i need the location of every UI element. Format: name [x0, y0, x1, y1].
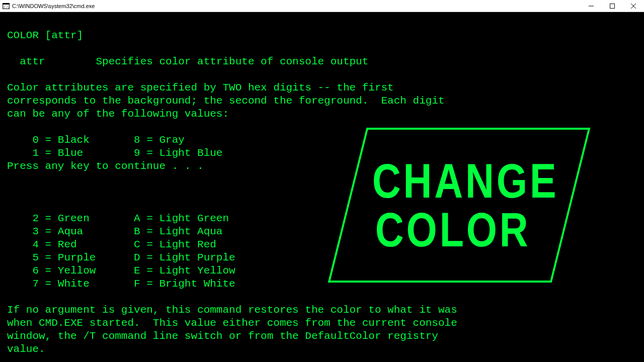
terminal-line	[7, 186, 639, 199]
svg-rect-2	[3, 4, 9, 5]
terminal-line	[7, 121, 639, 134]
terminal-line	[7, 199, 639, 212]
svg-text:C:\: C:\	[4, 5, 9, 9]
terminal-line	[7, 16, 639, 29]
minimize-button[interactable]	[581, 0, 602, 12]
terminal-line: value.	[7, 343, 639, 356]
cmd-icon: C:\	[2, 2, 10, 10]
maximize-button[interactable]	[602, 0, 623, 12]
terminal-line: 1 = Blue 9 = Light Blue	[7, 147, 639, 160]
terminal-line: Color attributes are specified by TWO he…	[7, 81, 639, 95]
terminal-line: 3 = Aqua B = Light Aqua	[7, 225, 639, 238]
terminal-line	[7, 173, 639, 186]
terminal-line: COLOR [attr]	[7, 29, 639, 42]
terminal-line: 5 = Purple D = Light Purple	[7, 251, 639, 264]
terminal-line: 2 = Green A = Light Green	[7, 212, 639, 225]
terminal-line: 0 = Black 8 = Gray	[7, 134, 639, 147]
terminal-line	[7, 68, 639, 81]
terminal-output[interactable]: COLOR [attr] attr Specifies color attrib…	[0, 12, 644, 362]
terminal-line	[7, 291, 639, 304]
svg-rect-5	[610, 4, 615, 8]
terminal-line: Press any key to continue . . .	[7, 160, 639, 173]
terminal-line: can be any of the following values:	[7, 108, 639, 121]
window-title: C:\WINDOWS\system32\cmd.exe	[12, 3, 95, 9]
terminal-line: when CMD.EXE started. This value either …	[7, 317, 639, 330]
terminal-line: window, the /T command line switch or fr…	[7, 330, 639, 343]
close-button[interactable]	[623, 0, 644, 12]
terminal-line: 7 = White F = Bright White	[7, 278, 639, 291]
terminal-line: If no argument is given, this command re…	[7, 304, 639, 317]
terminal-line: 6 = Yellow E = Light Yellow	[7, 264, 639, 278]
terminal-line: 4 = Red C = Light Red	[7, 238, 639, 251]
window-titlebar: C:\ C:\WINDOWS\system32\cmd.exe	[0, 0, 644, 12]
terminal-line: attr Specifies color attribute of consol…	[7, 55, 639, 68]
terminal-line: corresponds to the background; the secon…	[7, 95, 639, 108]
terminal-line	[7, 42, 639, 55]
